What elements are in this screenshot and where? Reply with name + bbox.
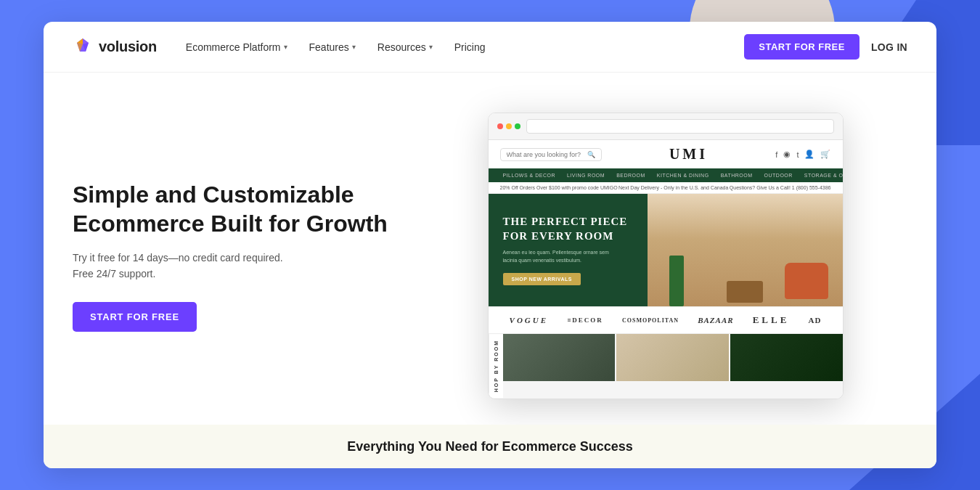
room-table (727, 281, 763, 303)
store-banner: THE PERFECT PIECEFOR EVERY ROOM Aenean e… (489, 194, 843, 306)
nav-links: Ecommerce Platform ▾ Features ▾ Resource… (186, 41, 744, 53)
room-plant (669, 256, 684, 306)
store-icons: f ◉ t 👤 🛒 (775, 150, 830, 159)
instagram-icon: ◉ (783, 150, 791, 159)
shop-item-1[interactable] (503, 334, 616, 381)
banner-cta-button[interactable]: SHOP NEW ARRIVALS (503, 273, 581, 285)
press-logo-decor: ≡DECOR (567, 317, 603, 324)
banner-left: THE PERFECT PIECEFOR EVERY ROOM Aenean e… (489, 194, 648, 306)
dot-green (515, 123, 520, 129)
shop-label: HOP BY ROOM (489, 334, 503, 398)
store-search-input[interactable] (507, 151, 584, 158)
search-icon: 🔍 (587, 151, 595, 158)
press-logo-ad: AD (809, 316, 822, 324)
store-nav-item[interactable]: OUTDOOR (759, 168, 799, 182)
bottom-section: Everything You Need for Ecommerce Succes… (44, 425, 936, 468)
dot-yellow (506, 123, 512, 129)
hero-title: Simple and Customizable Ecommerce Built … (73, 180, 409, 238)
chevron-down-icon: ▾ (429, 43, 433, 51)
store-nav-item[interactable]: KITCHEN & DINING (651, 168, 715, 182)
promo-item-1: 20% Off Orders Over $100 with promo code… (500, 185, 618, 190)
hero-section: Simple and Customizable Ecommerce Built … (44, 73, 936, 425)
nav-pricing[interactable]: Pricing (454, 41, 486, 53)
browser-bar (489, 113, 843, 140)
press-logo-elle: ELLE (753, 314, 790, 326)
account-icon: 👤 (804, 150, 814, 159)
store-nav: PILLOWS & DECOR LIVING ROOM BEDROOM KITC… (489, 168, 843, 182)
nav-resources[interactable]: Resources ▾ (377, 41, 433, 53)
store-promo-bar: 20% Off Orders Over $100 with promo code… (489, 182, 843, 194)
nav-actions: START FOR FREE LOG IN (744, 34, 907, 60)
hero-right: 🔍 UMI f ◉ t 👤 🛒 PILLOWS & DECOR LIVING R… (423, 113, 907, 399)
logo-text: volusion (99, 38, 157, 55)
navbar: volusion Ecommerce Platform ▾ Features ▾… (44, 22, 936, 73)
cart-icon: 🛒 (820, 150, 830, 159)
store-search[interactable]: 🔍 (500, 148, 602, 161)
room-scene (648, 194, 842, 306)
nav-login-button[interactable]: LOG IN (871, 41, 907, 53)
hero-start-free-button[interactable]: START FOR FREE (73, 302, 197, 332)
hero-left: Simple and Customizable Ecommerce Built … (73, 180, 423, 332)
shop-grid (503, 334, 843, 398)
press-logo-vogue: VOGUE (510, 316, 549, 324)
logo[interactable]: volusion (73, 37, 157, 57)
shop-item-2[interactable] (616, 334, 729, 381)
browser-url-bar (526, 119, 834, 134)
facebook-icon: f (775, 150, 777, 159)
dot-red (497, 123, 503, 129)
press-bar: VOGUE ≡DECOR COSMOPOLITAN BAZAAR ELLE AD (489, 306, 843, 334)
twitter-icon: t (796, 150, 799, 159)
promo-item-3: Questions? Give Us a Call! 1 (800) 555-4… (730, 185, 831, 190)
browser-dots (497, 123, 520, 129)
banner-image (648, 194, 842, 306)
store-logo: UMI (669, 146, 708, 163)
banner-title: THE PERFECT PIECEFOR EVERY ROOM (503, 215, 634, 243)
nav-features[interactable]: Features ▾ (309, 41, 356, 53)
store-header: 🔍 UMI f ◉ t 👤 🛒 (489, 140, 843, 168)
nav-start-free-button[interactable]: START FOR FREE (744, 34, 859, 60)
browser-mockup: 🔍 UMI f ◉ t 👤 🛒 PILLOWS & DECOR LIVING R… (488, 113, 844, 399)
shop-by-room: HOP BY ROOM (489, 334, 843, 398)
store-nav-item[interactable]: BEDROOM (611, 168, 651, 182)
press-logo-cosmopolitan: COSMOPOLITAN (622, 317, 679, 324)
main-card: volusion Ecommerce Platform ▾ Features ▾… (44, 22, 936, 468)
store-nav-item[interactable]: LIVING ROOM (561, 168, 611, 182)
store-nav-item[interactable]: PILLOWS & DECOR (497, 168, 561, 182)
chevron-down-icon: ▾ (284, 43, 287, 51)
store-nav-item[interactable]: STORAGE & ORGANIZATION (799, 168, 844, 182)
hero-subtitle: Try it free for 14 days—no credit card r… (73, 250, 409, 282)
promo-item-2: Next Day Delivery - Only in the U.S. and… (618, 185, 728, 190)
chevron-down-icon: ▾ (352, 43, 356, 51)
nav-ecommerce-platform[interactable]: Ecommerce Platform ▾ (186, 41, 287, 53)
store-nav-item[interactable]: BATHROOM (715, 168, 759, 182)
press-logo-bazaar: BAZAAR (698, 316, 733, 324)
volusion-logo-icon (73, 37, 93, 57)
shop-item-3[interactable] (730, 334, 843, 381)
bottom-title: Everything You Need for Ecommerce Succes… (347, 439, 633, 454)
banner-subtitle: Aenean eu leo quam. Pellentesque ornare … (503, 249, 634, 264)
room-chair (785, 263, 828, 299)
